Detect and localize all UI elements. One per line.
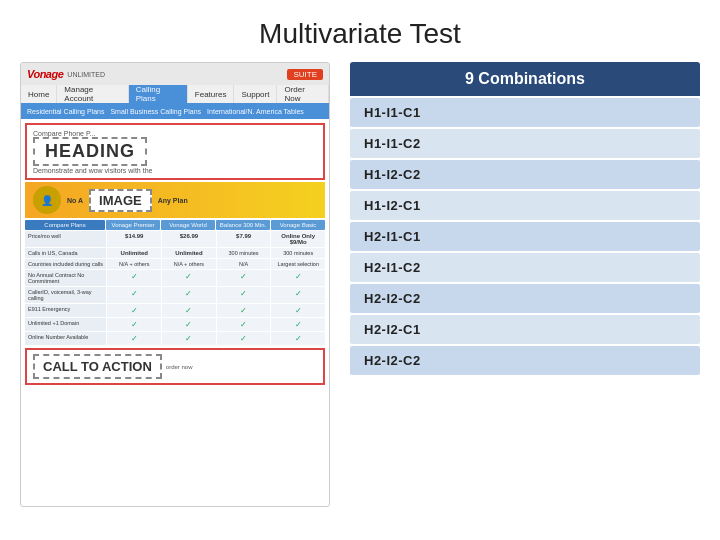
combination-row-7[interactable]: H2-I2-C2 bbox=[350, 284, 700, 313]
vonage-table-body: Price/mo well $14.99 $26.99 $7.99 Online… bbox=[25, 231, 325, 345]
vonage-topbar: Vonage UNLIMITED SUITE bbox=[21, 63, 329, 85]
vonage-th-balance: Balance 300 Min. bbox=[216, 220, 270, 230]
vonage-td-price4: Online Only $9/Mo bbox=[271, 231, 325, 247]
vonage-table-area: Compare Plans Vonage Premier Vonage Worl… bbox=[25, 220, 325, 345]
vonage-td-caller1: ✓ bbox=[107, 287, 161, 303]
vonage-th-premier: Vonage Premier bbox=[106, 220, 160, 230]
vonage-td-unlimited1: ✓ bbox=[107, 318, 161, 331]
vonage-heading-banner: Compare Phone P... HEADING Demonstrate a… bbox=[25, 123, 325, 180]
table-row: E911 Emergency ✓ ✓ ✓ ✓ bbox=[25, 304, 325, 317]
vonage-td-countries3: N/A bbox=[217, 259, 271, 269]
combination-row-1[interactable]: H1-I1-C1 bbox=[350, 98, 700, 127]
table-row: Unlimited +1 Domain ✓ ✓ ✓ ✓ bbox=[25, 318, 325, 331]
vonage-td-caller4: ✓ bbox=[271, 287, 325, 303]
vonage-nav-home[interactable]: Home bbox=[21, 85, 57, 103]
vonage-td-unlimited-label: Unlimited +1 Domain bbox=[25, 318, 106, 331]
vonage-td-caller-label: CallerID, voicemail, 3-way calling bbox=[25, 287, 106, 303]
vonage-table-header: Compare Plans Vonage Premier Vonage Worl… bbox=[25, 220, 325, 230]
vonage-cta-footer-right[interactable]: order now bbox=[166, 364, 193, 370]
vonage-td-online2: ✓ bbox=[162, 332, 216, 345]
vonage-tagline: UNLIMITED bbox=[67, 71, 105, 78]
vonage-td-check2: ✓ bbox=[162, 270, 216, 286]
vonage-td-countries4: Largest selection bbox=[271, 259, 325, 269]
vonage-td-online4: ✓ bbox=[271, 332, 325, 345]
vonage-cta-footer: CALL TO ACTION order now bbox=[25, 348, 325, 385]
table-row: No Annual Contract No Commitment ✓ ✓ ✓ ✓ bbox=[25, 270, 325, 286]
vonage-td-e911-label: E911 Emergency bbox=[25, 304, 106, 317]
combinations-panel: 9 Combinations H1-I1-C1 H1-I1-C2 H1-I2-C… bbox=[350, 62, 700, 522]
vonage-td-countries2: N/A + others bbox=[162, 259, 216, 269]
vonage-td-calls2: Unlimited bbox=[162, 248, 216, 258]
combinations-header: 9 Combinations bbox=[350, 62, 700, 96]
table-row: Countries included during calls N/A + ot… bbox=[25, 259, 325, 269]
vonage-td-e911-4: ✓ bbox=[271, 304, 325, 317]
vonage-td-online1: ✓ bbox=[107, 332, 161, 345]
vonage-image-after: Any Plan bbox=[158, 197, 188, 204]
vonage-td-check3: ✓ bbox=[217, 270, 271, 286]
vonage-heading-subtext: Compare Phone P... bbox=[33, 130, 317, 137]
vonage-td-online3: ✓ bbox=[217, 332, 271, 345]
vonage-nav-features[interactable]: Features bbox=[188, 85, 235, 103]
vonage-image-label: IMAGE bbox=[89, 189, 152, 212]
table-row: Price/mo well $14.99 $26.99 $7.99 Online… bbox=[25, 231, 325, 247]
vonage-td-countries-label: Countries included during calls bbox=[25, 259, 106, 269]
table-row: CallerID, voicemail, 3-way calling ✓ ✓ ✓… bbox=[25, 287, 325, 303]
vonage-td-label: Price/mo well bbox=[25, 231, 106, 247]
combination-row-9[interactable]: H2-I2-C2 bbox=[350, 346, 700, 375]
vonage-th-world: Vonage World bbox=[161, 220, 215, 230]
vonage-td-nocontract-label: No Annual Contract No Commitment bbox=[25, 270, 106, 286]
table-row: Calls in US, Canada Unlimited Unlimited … bbox=[25, 248, 325, 258]
vonage-nav: Home Manage Account Calling Plans Featur… bbox=[21, 85, 329, 103]
vonage-heading-desc: Demonstrate and wow visitors with the bbox=[33, 167, 317, 174]
vonage-td-calls3: 300 minutes bbox=[217, 248, 271, 258]
vonage-td-check1: ✓ bbox=[107, 270, 161, 286]
screenshot-area: Vonage UNLIMITED SUITE Home Manage Accou… bbox=[20, 62, 330, 507]
vonage-nav-manage[interactable]: Manage Account bbox=[57, 85, 128, 103]
vonage-nav-calling[interactable]: Calling Plans bbox=[129, 85, 188, 103]
vonage-image-before: No A bbox=[67, 197, 83, 204]
combination-row-6[interactable]: H2-I1-C2 bbox=[350, 253, 700, 282]
vonage-td-calls1: Unlimited bbox=[107, 248, 161, 258]
vonage-td-countries1: N/A + others bbox=[107, 259, 161, 269]
vonage-heading-label: HEADING bbox=[33, 137, 147, 166]
vonage-subnav-small[interactable]: Small Business Calling Plans bbox=[110, 108, 201, 115]
vonage-td-calls-label: Calls in US, Canada bbox=[25, 248, 106, 258]
vonage-td-price3: $7.99 bbox=[217, 231, 271, 247]
vonage-subnav-intl[interactable]: International/N. America Tables bbox=[207, 108, 304, 115]
page-title: Multivariate Test bbox=[0, 0, 720, 62]
vonage-subnav-residential[interactable]: Residential Calling Plans bbox=[27, 108, 104, 115]
combination-row-8[interactable]: H2-I2-C1 bbox=[350, 315, 700, 344]
vonage-td-caller2: ✓ bbox=[162, 287, 216, 303]
vonage-td-price1: $14.99 bbox=[107, 231, 161, 247]
vonage-nav-support[interactable]: Support bbox=[234, 85, 277, 103]
vonage-td-e911-1: ✓ bbox=[107, 304, 161, 317]
vonage-td-e911-3: ✓ bbox=[217, 304, 271, 317]
vonage-td-unlimited3: ✓ bbox=[217, 318, 271, 331]
combination-row-2[interactable]: H1-I1-C2 bbox=[350, 129, 700, 158]
vonage-td-e911-2: ✓ bbox=[162, 304, 216, 317]
main-content: Vonage UNLIMITED SUITE Home Manage Accou… bbox=[0, 62, 720, 522]
table-row: Online Number Available ✓ ✓ ✓ ✓ bbox=[25, 332, 325, 345]
vonage-td-caller3: ✓ bbox=[217, 287, 271, 303]
vonage-avatar-icon: 👤 bbox=[33, 186, 61, 214]
vonage-image-banner: 👤 No A IMAGE Any Plan bbox=[25, 182, 325, 218]
vonage-td-check4: ✓ bbox=[271, 270, 325, 286]
vonage-td-online-label: Online Number Available bbox=[25, 332, 106, 345]
vonage-td-unlimited4: ✓ bbox=[271, 318, 325, 331]
combination-row-5[interactable]: H2-I1-C1 bbox=[350, 222, 700, 251]
combination-row-4[interactable]: H1-I2-C1 bbox=[350, 191, 700, 220]
vonage-th-compare: Compare Plans bbox=[25, 220, 105, 230]
vonage-cta-footer-label[interactable]: CALL TO ACTION bbox=[33, 354, 162, 379]
vonage-subnav: Residential Calling Plans Small Business… bbox=[21, 103, 329, 119]
vonage-td-price2: $26.99 bbox=[162, 231, 216, 247]
vonage-nav-order[interactable]: Order Now bbox=[277, 85, 329, 103]
vonage-td-calls4: 300 minutes bbox=[271, 248, 325, 258]
vonage-logo: Vonage bbox=[27, 68, 63, 80]
combination-row-3[interactable]: H1-I2-C2 bbox=[350, 160, 700, 189]
vonage-suite-btn[interactable]: SUITE bbox=[287, 69, 323, 80]
vonage-td-unlimited2: ✓ bbox=[162, 318, 216, 331]
vonage-th-basic: Vonage Basic bbox=[271, 220, 325, 230]
